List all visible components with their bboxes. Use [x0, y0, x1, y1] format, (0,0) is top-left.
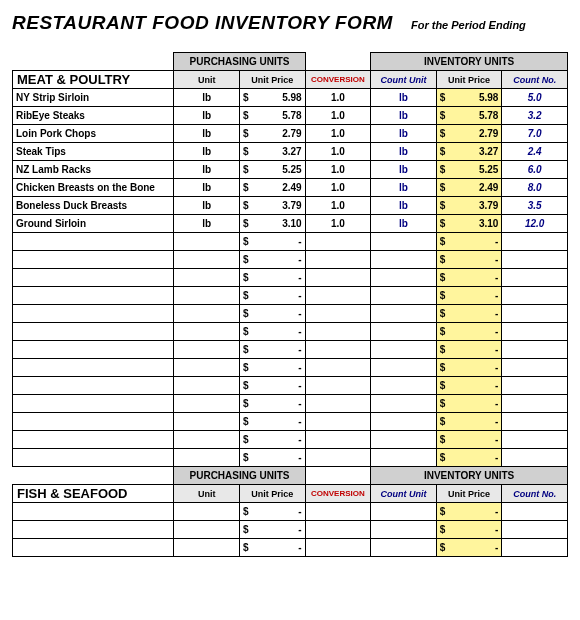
count-unit-cell: [371, 431, 437, 449]
unit-cell: [174, 413, 240, 431]
price-cell: $-: [436, 323, 502, 341]
price-cell: $5.25: [240, 161, 306, 179]
price-cell: $-: [240, 503, 306, 521]
count-unit-cell: lb: [371, 107, 437, 125]
conversion-cell: [305, 395, 371, 413]
unit-cell: [174, 521, 240, 539]
col-conversion: CONVERSION: [305, 71, 371, 89]
price-cell: $5.98: [436, 89, 502, 107]
count-unit-cell: [371, 287, 437, 305]
col-unit-price: Unit Price: [240, 485, 306, 503]
unit-cell: [174, 233, 240, 251]
table-row: Ground Sirloinlb$3.101.0lb$3.1012.0: [13, 215, 568, 233]
table-row: Boneless Duck Breastslb$3.791.0lb$3.793.…: [13, 197, 568, 215]
unit-cell: [174, 251, 240, 269]
conversion-cell: [305, 341, 371, 359]
conversion-cell: 1.0: [305, 161, 371, 179]
conversion-cell: [305, 503, 371, 521]
count-no-cell: [502, 323, 568, 341]
section-header: FISH & SEAFOOD: [13, 485, 174, 503]
table-row: $-$-: [13, 431, 568, 449]
item-name: [13, 251, 174, 269]
price-cell: $-: [240, 323, 306, 341]
unit-cell: lb: [174, 197, 240, 215]
price-cell: $-: [436, 251, 502, 269]
unit-cell: [174, 449, 240, 467]
count-unit-cell: [371, 521, 437, 539]
price-cell: $-: [240, 359, 306, 377]
count-unit-cell: [371, 539, 437, 557]
conversion-cell: 1.0: [305, 215, 371, 233]
spacer: [13, 53, 174, 71]
table-row: $-$-: [13, 251, 568, 269]
table-row: Chicken Breasts on the Bonelb$2.491.0lb$…: [13, 179, 568, 197]
count-unit-cell: lb: [371, 161, 437, 179]
count-unit-cell: [371, 269, 437, 287]
price-cell: $-: [436, 539, 502, 557]
table-row: $-$-: [13, 233, 568, 251]
unit-cell: [174, 431, 240, 449]
price-cell: $-: [240, 539, 306, 557]
form-title: RESTAURANT FOOD INVENTORY FORM: [12, 12, 393, 34]
count-no-cell: [502, 305, 568, 323]
price-cell: $-: [240, 287, 306, 305]
table-row: $-$-: [13, 503, 568, 521]
price-cell: $2.49: [436, 179, 502, 197]
price-cell: $3.10: [436, 215, 502, 233]
unit-cell: [174, 287, 240, 305]
item-name: RibEye Steaks: [13, 107, 174, 125]
price-cell: $5.78: [436, 107, 502, 125]
table-row: $-$-: [13, 341, 568, 359]
count-no-cell: 6.0: [502, 161, 568, 179]
price-cell: $2.49: [240, 179, 306, 197]
conversion-cell: 1.0: [305, 197, 371, 215]
section-header: MEAT & POULTRY: [13, 71, 174, 89]
count-unit-cell: lb: [371, 215, 437, 233]
count-no-cell: 12.0: [502, 215, 568, 233]
count-no-cell: [502, 449, 568, 467]
table-row: NZ Lamb Rackslb$5.251.0lb$5.256.0: [13, 161, 568, 179]
conversion-cell: [305, 449, 371, 467]
count-unit-cell: [371, 395, 437, 413]
col-unit: Unit: [174, 485, 240, 503]
col-count-unit: Count Unit: [371, 71, 437, 89]
price-cell: $-: [240, 395, 306, 413]
unit-cell: lb: [174, 143, 240, 161]
count-unit-cell: lb: [371, 89, 437, 107]
price-cell: $5.98: [240, 89, 306, 107]
col-count-unit: Count Unit: [371, 485, 437, 503]
count-unit-cell: lb: [371, 179, 437, 197]
count-unit-cell: [371, 359, 437, 377]
table-row: NY Strip Sirloinlb$5.981.0lb$5.985.0: [13, 89, 568, 107]
price-cell: $2.79: [436, 125, 502, 143]
price-cell: $-: [240, 305, 306, 323]
table-row: $-$-: [13, 323, 568, 341]
item-name: [13, 233, 174, 251]
price-cell: $-: [436, 431, 502, 449]
col-conversion: CONVERSION: [305, 485, 371, 503]
purchasing-units-header: PURCHASING UNITS: [174, 53, 305, 71]
inventory-units-header: INVENTORY UNITS: [371, 53, 568, 71]
conversion-cell: [305, 431, 371, 449]
count-unit-cell: [371, 305, 437, 323]
price-cell: $-: [436, 413, 502, 431]
table-row: $-$-: [13, 359, 568, 377]
item-name: [13, 431, 174, 449]
unit-cell: [174, 359, 240, 377]
conversion-cell: 1.0: [305, 89, 371, 107]
item-name: [13, 539, 174, 557]
unit-cell: [174, 269, 240, 287]
conversion-cell: [305, 359, 371, 377]
table-row: $-$-: [13, 269, 568, 287]
conversion-cell: 1.0: [305, 143, 371, 161]
table-row: RibEye Steakslb$5.781.0lb$5.783.2: [13, 107, 568, 125]
price-cell: $-: [240, 521, 306, 539]
count-unit-cell: [371, 449, 437, 467]
unit-cell: lb: [174, 161, 240, 179]
price-cell: $-: [240, 233, 306, 251]
price-cell: $5.25: [436, 161, 502, 179]
item-name: [13, 449, 174, 467]
unit-cell: lb: [174, 125, 240, 143]
unit-cell: [174, 539, 240, 557]
inventory-units-header: INVENTORY UNITS: [371, 467, 568, 485]
